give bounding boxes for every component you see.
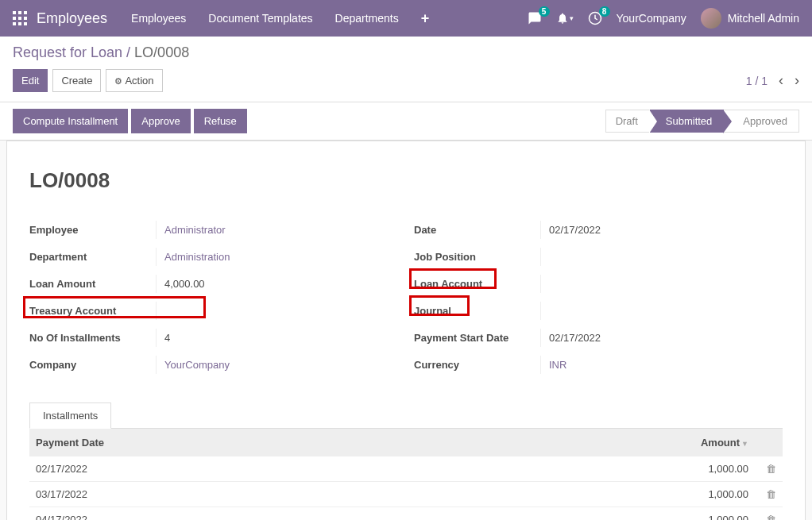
label-department: Department <box>29 248 157 266</box>
trash-icon[interactable]: 🗑 <box>766 514 776 520</box>
cell-amount: 1,000.00 <box>445 507 755 521</box>
svg-rect-5 <box>24 17 27 20</box>
status-bar: Compute Installment Approve Refuse Draft… <box>0 102 812 141</box>
breadcrumb-current: LO/0008 <box>134 44 189 60</box>
tabs: Installments <box>29 403 783 429</box>
value-company[interactable]: YourCompany <box>157 356 398 374</box>
compute-installment-button[interactable]: Compute Installment <box>13 109 128 133</box>
th-payment-date[interactable]: Payment Date <box>29 429 445 456</box>
status-step-approved[interactable]: Approved <box>724 110 799 133</box>
sort-icon: ▼ <box>741 440 748 448</box>
activities-badge: 8 <box>599 6 610 17</box>
label-date: Date <box>414 221 541 239</box>
status-steps: Draft Submitted Approved <box>605 110 799 133</box>
svg-rect-4 <box>18 17 21 20</box>
label-treasury-account: Treasury Account <box>29 302 157 320</box>
value-loan-account <box>541 280 783 287</box>
svg-rect-1 <box>18 11 21 14</box>
label-currency: Currency <box>414 356 541 374</box>
avatar <box>701 8 721 29</box>
label-installments: No Of Installments <box>29 329 157 347</box>
value-treasury-account <box>157 307 398 314</box>
activities-icon[interactable]: 8 <box>588 11 602 25</box>
control-panel: Request for Loan / LO/0008 Edit Create ⚙… <box>0 37 812 102</box>
approve-button[interactable]: Approve <box>131 109 190 133</box>
label-job-position: Job Position <box>414 248 541 266</box>
topbar-right: 5 ▾ 8 YourCompany Mitchell Admin <box>528 8 799 29</box>
tab-installments[interactable]: Installments <box>29 403 111 429</box>
breadcrumb-parent[interactable]: Request for Loan <box>13 44 122 60</box>
svg-rect-6 <box>13 22 16 25</box>
nav-employees[interactable]: Employees <box>131 12 186 25</box>
status-step-submitted[interactable]: Submitted <box>650 110 725 133</box>
svg-rect-2 <box>24 11 27 14</box>
table-row[interactable]: 04/17/2022 1,000.00 🗑 <box>29 507 783 521</box>
topbar: Employees Employees Document Templates D… <box>0 0 812 37</box>
cell-date: 03/17/2022 <box>29 482 445 507</box>
label-payment-start: Payment Start Date <box>414 329 541 347</box>
apps-icon[interactable] <box>13 11 27 25</box>
edit-button[interactable]: Edit <box>13 69 48 92</box>
form-sheet: LO/0008 Employee Administrator Departmen… <box>6 141 806 520</box>
value-job-position <box>541 253 783 260</box>
table-row[interactable]: 03/17/2022 1,000.00 🗑 <box>29 482 783 507</box>
trash-icon[interactable]: 🗑 <box>766 488 776 500</box>
value-journal <box>541 307 783 314</box>
cell-date: 02/17/2022 <box>29 456 445 482</box>
value-currency[interactable]: INR <box>541 356 783 374</box>
app-brand[interactable]: Employees <box>37 10 107 27</box>
cell-amount: 1,000.00 <box>445 482 755 507</box>
top-nav: Employees Document Templates Departments… <box>131 10 429 27</box>
action-label: Action <box>125 75 153 87</box>
pager-next-icon[interactable]: › <box>795 72 799 89</box>
value-loan-amount: 4,000.00 <box>157 275 398 293</box>
value-employee[interactable]: Administrator <box>157 221 398 239</box>
label-journal: Journal <box>414 302 541 320</box>
pager-value[interactable]: 1 / 1 <box>746 75 768 87</box>
record-title: LO/0008 <box>29 168 792 193</box>
create-button[interactable]: Create <box>52 69 101 92</box>
label-loan-account: Loan Account <box>414 275 541 293</box>
status-step-draft[interactable]: Draft <box>605 110 650 133</box>
installments-table: Payment Date Amount▼ 02/17/2022 1,000.00… <box>29 429 783 520</box>
notifications-icon[interactable]: ▾ <box>556 12 574 25</box>
label-loan-amount: Loan Amount <box>29 275 157 293</box>
form-right-col: Date 02/17/2022 Job Position Loan Accoun… <box>414 217 783 379</box>
user-name-label: Mitchell Admin <box>728 12 799 25</box>
pager: 1 / 1 ‹ › <box>746 72 799 89</box>
label-company: Company <box>29 356 157 374</box>
svg-rect-8 <box>24 22 27 25</box>
value-department[interactable]: Administration <box>157 248 398 266</box>
form-left-col: Employee Administrator Department Admini… <box>29 217 398 379</box>
value-date: 02/17/2022 <box>541 221 783 239</box>
trash-icon[interactable]: 🗑 <box>766 463 776 475</box>
nav-document-templates[interactable]: Document Templates <box>208 12 312 25</box>
nav-add-icon[interactable]: + <box>421 10 430 27</box>
nav-departments[interactable]: Departments <box>335 12 399 25</box>
label-employee: Employee <box>29 221 157 239</box>
value-installments: 4 <box>157 329 398 347</box>
breadcrumb-sep: / <box>122 44 134 60</box>
value-payment-start: 02/17/2022 <box>541 329 783 347</box>
th-actions <box>755 429 783 456</box>
breadcrumb: Request for Loan / LO/0008 <box>13 44 799 61</box>
messages-icon[interactable]: 5 <box>528 11 542 25</box>
pager-prev-icon[interactable]: ‹ <box>779 72 783 89</box>
messages-badge: 5 <box>539 6 550 17</box>
gear-icon: ⚙ <box>114 76 122 86</box>
table-row[interactable]: 02/17/2022 1,000.00 🗑 <box>29 456 783 482</box>
cell-date: 04/17/2022 <box>29 507 445 521</box>
company-switcher[interactable]: YourCompany <box>617 12 686 25</box>
cell-amount: 1,000.00 <box>445 456 755 482</box>
user-menu[interactable]: Mitchell Admin <box>701 8 799 29</box>
svg-rect-7 <box>18 22 21 25</box>
th-amount-label: Amount <box>701 437 740 449</box>
svg-rect-0 <box>13 11 16 14</box>
refuse-button[interactable]: Refuse <box>194 109 247 133</box>
th-amount[interactable]: Amount▼ <box>445 429 755 456</box>
svg-rect-3 <box>13 17 16 20</box>
action-button[interactable]: ⚙Action <box>106 69 162 92</box>
